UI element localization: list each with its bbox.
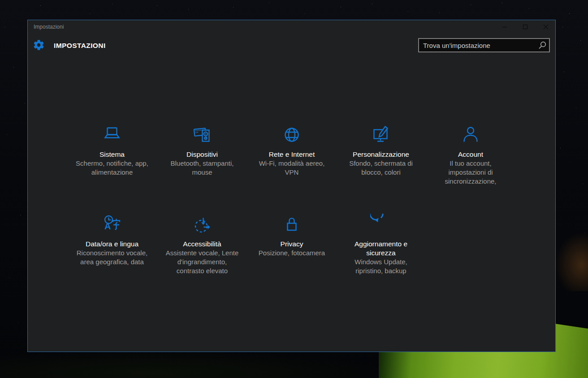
maximize-button[interactable] bbox=[515, 20, 536, 34]
category-title: Privacy bbox=[281, 240, 303, 249]
category-tile-sistema[interactable]: Sistema Schermo, notifiche, app, aliment… bbox=[65, 124, 159, 177]
category-subtitle: Wi-Fi, modalità aereo, VPN bbox=[259, 159, 325, 177]
ease-of-access-icon bbox=[191, 214, 213, 235]
minimize-button[interactable] bbox=[494, 20, 515, 34]
privacy-lock-icon bbox=[281, 214, 303, 235]
maximize-icon bbox=[515, 20, 536, 34]
settings-window: Impostazioni IMPOSTAZIONI Sistema Scherm… bbox=[27, 20, 556, 352]
category-title: Accessibilità bbox=[183, 240, 221, 249]
starfield bbox=[0, 0, 0, 0]
category-tile-privacy[interactable]: Privacy Posizione, fotocamera bbox=[245, 214, 339, 258]
category-title: Rete e Internet bbox=[269, 150, 315, 159]
category-title: Data/ora e lingua bbox=[86, 240, 138, 249]
ground-shadow bbox=[0, 352, 381, 378]
category-tile-dispositivi[interactable]: Dispositivi Bluetooth, stampanti, mouse bbox=[155, 124, 249, 177]
time-language-icon: A bbox=[101, 214, 123, 235]
category-title: Account bbox=[458, 150, 483, 159]
category-tile-rete-internet[interactable]: Rete e Internet Wi-Fi, modalità aereo, V… bbox=[245, 124, 339, 177]
category-subtitle: Riconoscimento vocale, area geografica, … bbox=[77, 249, 147, 266]
page-title: IMPOSTAZIONI bbox=[54, 42, 106, 50]
category-subtitle: Bluetooth, stampanti, mouse bbox=[171, 159, 234, 177]
category-subtitle: Il tuo account, impostazioni di sincroni… bbox=[445, 159, 496, 186]
titlebar[interactable]: Impostazioni bbox=[28, 20, 555, 34]
devices-icon bbox=[191, 124, 213, 146]
category-subtitle: Schermo, notifiche, app, alimentazione bbox=[76, 159, 148, 177]
search-input[interactable] bbox=[418, 38, 550, 52]
category-title: Dispositivi bbox=[186, 150, 218, 159]
category-tile-accessibilita[interactable]: Accessibilità Assistente vocale, Lente d… bbox=[155, 214, 249, 275]
category-title: Sistema bbox=[99, 150, 125, 159]
close-icon bbox=[536, 20, 556, 34]
user-icon bbox=[460, 124, 481, 146]
window-title: Impostazioni bbox=[34, 24, 64, 30]
svg-text:A: A bbox=[104, 221, 111, 231]
laptop-icon bbox=[101, 124, 123, 146]
globe-icon bbox=[281, 124, 303, 146]
category-subtitle: Assistente vocale, Lente d'ingrandimento… bbox=[166, 249, 239, 275]
category-title: Personalizzazione bbox=[353, 150, 409, 159]
category-subtitle: Windows Update, ripristino, backup bbox=[355, 258, 407, 275]
category-tile-personalizzazione[interactable]: Personalizzazione Sfondo, schermata di b… bbox=[334, 124, 428, 177]
category-subtitle: Sfondo, schermata di blocco, colori bbox=[349, 159, 413, 177]
horizon-glow bbox=[556, 233, 588, 291]
update-refresh-icon bbox=[370, 214, 392, 235]
category-tile-account[interactable]: Account Il tuo account, impostazioni di … bbox=[424, 124, 518, 186]
personalization-icon bbox=[370, 124, 392, 146]
category-subtitle: Posizione, fotocamera bbox=[259, 249, 325, 258]
category-tile-aggiornamento-sicurezza[interactable]: Aggiornamento e sicurezza Windows Update… bbox=[334, 214, 428, 275]
category-tile-data-ora-lingua[interactable]: A Data/ora e lingua Riconoscimento vocal… bbox=[65, 214, 159, 266]
minimize-icon bbox=[494, 20, 515, 34]
close-button[interactable] bbox=[536, 20, 556, 34]
gear-icon bbox=[33, 39, 45, 51]
category-title: Aggiornamento e sicurezza bbox=[355, 240, 407, 258]
